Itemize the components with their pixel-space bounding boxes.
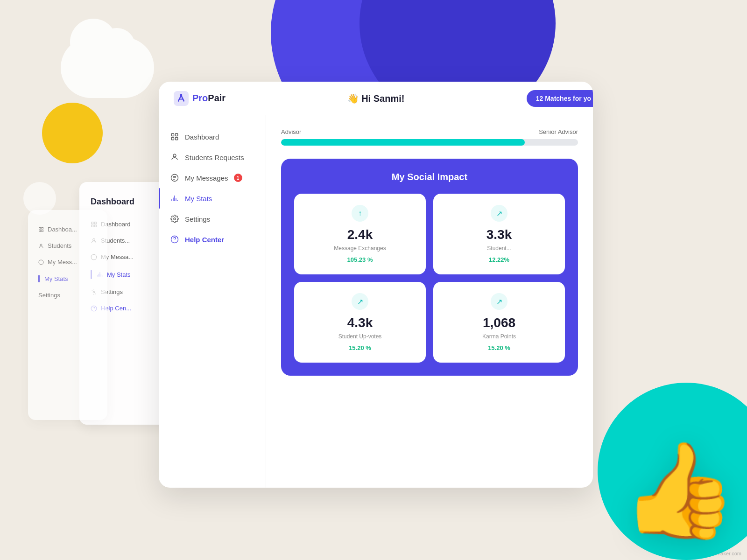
- messages-icon: [170, 173, 179, 182]
- shadow2-nav-dashboard: Dashboa...: [35, 221, 101, 238]
- stats-icon: [170, 194, 179, 203]
- sidebar-item-settings[interactable]: Settings: [159, 209, 266, 229]
- sidebar-item-settings-label: Settings: [185, 215, 210, 223]
- stat-change-1: 105.23 %: [303, 256, 416, 263]
- stat-value-3: 4.3k: [303, 315, 416, 330]
- svg-point-12: [40, 244, 42, 246]
- shadow-sidebar-panel-2: Dashboa... Students My Mess... My Stats …: [28, 210, 107, 420]
- shadow2-nav-students: Students: [35, 238, 101, 254]
- progress-fill: [281, 139, 525, 146]
- stat-card-students: ↗ 3.3k Student... 12.22%: [433, 194, 565, 274]
- stat-arrow-1: ↑: [352, 205, 368, 222]
- sun-decoration: [42, 103, 103, 163]
- app-header: ProPair 👋 Hi Sanmi! 12 Matches for yo: [159, 82, 593, 115]
- stat-label-3: Student Up-votes: [303, 333, 416, 340]
- stat-arrow-2: ↗: [491, 205, 507, 222]
- matches-button[interactable]: 12 Matches for yo: [527, 90, 593, 107]
- progress-labels: Advisor Senior Advisor: [281, 128, 578, 135]
- sidebar-item-students-label: Students Requests: [185, 154, 244, 161]
- stats-grid: ↑ 2.4k Message Exchanges 105.23 % ↗ 3.3k…: [294, 194, 565, 363]
- stat-change-4: 15.20 %: [443, 344, 556, 351]
- dashboard-icon: [170, 132, 179, 141]
- svg-rect-8: [39, 227, 41, 229]
- sidebar-item-students-requests[interactable]: Students Requests: [159, 147, 266, 168]
- sidebar-item-my-stats[interactable]: My Stats: [159, 188, 266, 209]
- shadow2-nav-settings: Settings: [35, 287, 101, 303]
- logo-icon: [174, 91, 189, 106]
- app-body: Dashboard Students Requests My Messages …: [159, 115, 593, 488]
- cloud-decoration: [61, 37, 154, 98]
- social-card-title: My Social Impact: [294, 172, 565, 182]
- svg-rect-10: [39, 230, 41, 232]
- stat-value-2: 3.3k: [443, 227, 556, 242]
- messages-badge: 1: [234, 174, 242, 182]
- progress-section: Advisor Senior Advisor: [281, 128, 578, 146]
- app-window: ProPair 👋 Hi Sanmi! 12 Matches for yo Da…: [159, 82, 593, 488]
- svg-point-13: [39, 260, 43, 265]
- settings-icon: [170, 214, 179, 224]
- sidebar-item-my-messages[interactable]: My Messages 1: [159, 168, 266, 188]
- greeting-emoji: 👋: [347, 93, 359, 104]
- shadow2-nav-stats: My Stats: [35, 270, 101, 287]
- stat-change-2: 12.22%: [443, 256, 556, 263]
- stat-label-1: Message Exchanges: [303, 245, 416, 252]
- sidebar-item-help-label: Help Center: [185, 236, 224, 244]
- sidebar: Dashboard Students Requests My Messages …: [159, 115, 266, 488]
- main-content: Advisor Senior Advisor My Social Impact …: [266, 115, 593, 488]
- svg-rect-17: [176, 133, 178, 136]
- stat-change-3: 15.20 %: [303, 344, 416, 351]
- help-icon: [170, 235, 179, 244]
- svg-rect-9: [42, 227, 43, 229]
- svg-rect-18: [171, 138, 174, 140]
- stat-arrow-4: ↗: [491, 293, 507, 310]
- sidebar-item-messages-label: My Messages: [185, 174, 228, 182]
- progress-track: [281, 139, 578, 146]
- stat-label-4: Karma Points: [443, 333, 556, 340]
- shadow2-nav-messages: My Mess...: [35, 254, 101, 270]
- students-icon: [170, 153, 179, 162]
- header-greeting: 👋 Hi Sanmi!: [347, 93, 405, 104]
- svg-point-22: [174, 218, 176, 220]
- stat-card-karma: ↗ 1,068 Karma Points 15.20 %: [433, 282, 565, 363]
- svg-rect-16: [171, 133, 174, 136]
- stat-arrow-3: ↗: [352, 293, 368, 310]
- logo-text: ProPair: [192, 93, 226, 104]
- stat-label-2: Student...: [443, 245, 556, 252]
- stat-value-1: 2.4k: [303, 227, 416, 242]
- sidebar-item-dashboard[interactable]: Dashboard: [159, 126, 266, 147]
- svg-rect-11: [42, 230, 43, 232]
- svg-rect-14: [174, 91, 189, 106]
- sidebar-item-stats-label: My Stats: [185, 195, 212, 203]
- stat-card-upvotes: ↗ 4.3k Student Up-votes 15.20 %: [294, 282, 426, 363]
- sidebar-item-help-center[interactable]: Help Center: [159, 229, 266, 250]
- progress-label-right: Senior Advisor: [539, 128, 578, 135]
- progress-label-left: Advisor: [281, 128, 301, 135]
- svg-rect-15: [180, 94, 183, 96]
- sidebar-item-dashboard-label: Dashboard: [185, 133, 219, 141]
- social-impact-card: My Social Impact ↑ 2.4k Message Exchange…: [281, 159, 578, 376]
- svg-rect-19: [176, 138, 178, 140]
- greeting-text: Hi Sanmi!: [361, 93, 404, 104]
- stat-card-message-exchanges: ↑ 2.4k Message Exchanges 105.23 %: [294, 194, 426, 274]
- logo-area: ProPair: [174, 91, 226, 106]
- shadow-panel-title: Dashboard: [87, 193, 165, 210]
- svg-point-20: [173, 154, 176, 157]
- thumbs-up-illustration: 👍: [621, 443, 738, 537]
- stat-value-4: 1,068: [443, 315, 556, 330]
